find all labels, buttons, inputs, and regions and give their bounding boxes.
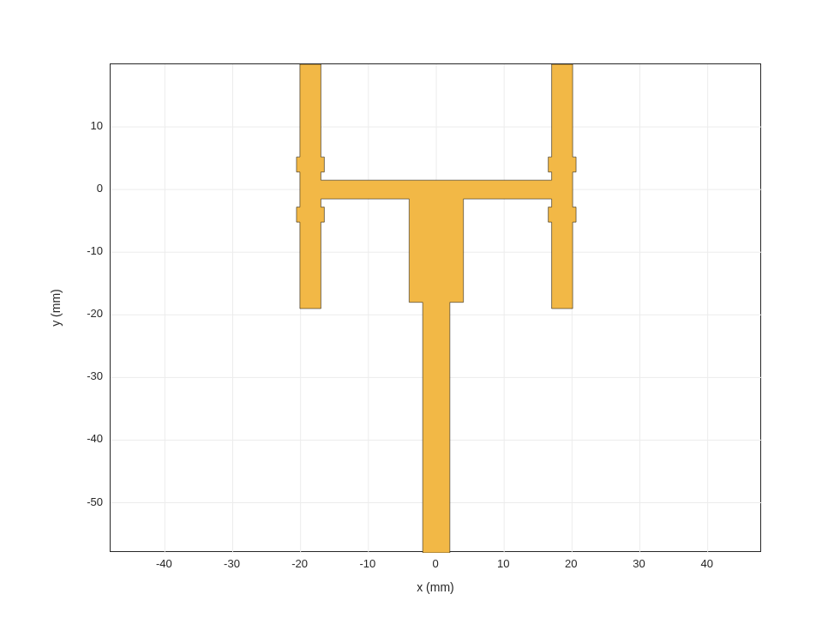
x-tick-labels: -40-30-20-10010203040	[156, 557, 713, 570]
x-axis-label: x (mm)	[417, 580, 454, 594]
y-tick-label: -30	[87, 369, 103, 382]
y-tick-label: -20	[87, 307, 103, 320]
y-tick-label: 0	[97, 182, 103, 195]
x-tick-label: 20	[565, 557, 577, 570]
plot-svg	[111, 64, 762, 553]
y-tick-label: -10	[87, 244, 103, 257]
x-tick-label: 10	[497, 557, 509, 570]
y-tick-label: 10	[91, 119, 103, 132]
x-tick-label: -40	[156, 557, 172, 570]
y-tick-labels: -50-40-30-20-10010	[87, 119, 103, 507]
y-tick-label: -50	[87, 495, 103, 508]
axes-area	[110, 63, 761, 552]
x-tick-label: -30	[224, 557, 240, 570]
y-tick-label: -40	[87, 432, 103, 445]
x-tick-label: 0	[432, 557, 438, 570]
x-tick-label: -10	[359, 557, 375, 570]
figure-panel: -40-30-20-10010203040 -50-40-30-20-10010…	[0, 0, 840, 630]
x-tick-label: 40	[700, 557, 712, 570]
x-tick-label: -20	[291, 557, 308, 570]
x-tick-label: 30	[633, 557, 645, 570]
y-axis-label: y (mm)	[49, 289, 63, 327]
